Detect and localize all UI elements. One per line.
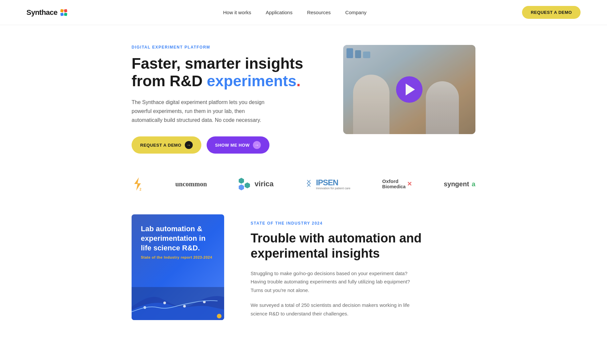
report-cover: Lab automation & experimentation in life… — [132, 214, 224, 320]
syngenta-a-icon: a — [472, 180, 475, 188]
hero-title-line2: from R&D — [132, 72, 207, 90]
bottom-content: STATE OF THE INDUSTRY 2024 Trouble with … — [251, 214, 475, 324]
svg-rect-2 — [60, 13, 63, 16]
svg-point-8 — [163, 302, 166, 304]
uncommon-text: uncommon — [175, 180, 207, 188]
hero-eyebrow: DIGITAL EXPERIMENT PLATFORM — [132, 45, 317, 50]
logo-text: Synthace — [26, 8, 58, 17]
show-me-how-button[interactable]: SHOW ME HOW → — [207, 136, 269, 154]
logo-virica: virica — [239, 178, 274, 190]
demo-arrow-icon: → — [185, 141, 193, 149]
logo-syngenta: syngent a — [444, 180, 475, 188]
hex-br — [245, 182, 250, 188]
hero-title: Faster, smarter insights from R&D experi… — [132, 55, 317, 90]
nav-how-it-works[interactable]: How it works — [223, 10, 251, 15]
industry-desc2: We surveyed a total of 250 scientists an… — [251, 301, 423, 318]
request-demo-label: REQUEST A DEMO — [140, 143, 182, 148]
hero-content: DIGITAL EXPERIMENT PLATFORM Faster, smar… — [132, 45, 317, 154]
nav-links: How it works Applications Resources Comp… — [223, 10, 367, 15]
svg-rect-3 — [64, 13, 67, 16]
svg-point-9 — [183, 305, 186, 308]
oxford-x-icon: ✕ — [407, 180, 412, 188]
hero-section: DIGITAL EXPERIMENT PLATFORM Faster, smar… — [105, 25, 502, 167]
industry-eyebrow: STATE OF THE INDUSTRY 2024 — [251, 221, 475, 226]
logo-ipsen: IPSEN Innovation for patient care — [305, 178, 350, 190]
svg-text:2: 2 — [140, 188, 142, 191]
hero-title-accent: experiments — [207, 72, 296, 90]
hex-top — [239, 178, 244, 184]
nav-company[interactable]: Company — [345, 10, 366, 15]
hex-bl — [239, 184, 244, 190]
report-subtitle: State of the Industry report 2023-2024 — [141, 255, 215, 259]
show-arrow-icon: → — [253, 141, 261, 149]
logo-lightning: 2 — [132, 177, 143, 191]
hero-description: The Synthace digital experiment platform… — [132, 98, 277, 125]
ipsen-dna-icon — [305, 179, 312, 189]
ipsen-tagline: Innovation for patient care — [316, 187, 350, 190]
ipsen-text: IPSEN — [316, 178, 350, 187]
request-demo-button[interactable]: REQUEST A DEMO → — [132, 136, 201, 154]
nav-resources[interactable]: Resources — [307, 10, 331, 15]
logo[interactable]: Synthace — [26, 8, 67, 17]
industry-desc1: Struggling to make go/no-go decisions ba… — [251, 269, 423, 295]
hero-video[interactable] — [343, 45, 475, 134]
nav-applications[interactable]: Applications — [266, 10, 293, 15]
logo-oxford: Oxford Biomedica ✕ — [382, 179, 412, 189]
virica-text: virica — [255, 180, 274, 188]
hero-title-line1: Faster, smarter insights — [132, 55, 303, 72]
oxford-text: Oxford — [382, 179, 406, 184]
svg-rect-0 — [60, 9, 63, 12]
synthace-x-icon — [60, 9, 67, 16]
show-me-label: SHOW ME HOW — [215, 143, 250, 148]
logos-section: 2 uncommon virica IPSEN Innovation for p… — [105, 167, 502, 208]
logo-icon — [60, 9, 67, 16]
logo-uncommon: uncommon — [175, 180, 207, 188]
virica-hexagons — [239, 178, 250, 190]
industry-title: Trouble with automation and experimental… — [251, 231, 475, 261]
video-thumbnail[interactable] — [343, 45, 475, 134]
svg-rect-1 — [64, 9, 67, 12]
video-overlay — [343, 45, 475, 134]
hero-buttons: REQUEST A DEMO → SHOW ME HOW → — [132, 136, 317, 154]
play-button[interactable] — [396, 76, 423, 103]
report-wave-graphic — [132, 280, 224, 320]
lightning-logo-icon: 2 — [132, 177, 143, 191]
navbar: Synthace How it works Applications Resou… — [0, 0, 607, 25]
play-icon — [406, 84, 415, 95]
syngenta-text: syngent — [444, 180, 469, 188]
biomedica-text: Biomedica — [382, 184, 406, 189]
report-title: Lab automation & experimentation in life… — [141, 224, 215, 253]
svg-point-11 — [217, 314, 222, 318]
bottom-section: Lab automation & experimentation in life… — [105, 208, 502, 344]
hero-title-dot: . — [296, 72, 301, 90]
request-demo-nav-button[interactable]: REQUEST A DEMO — [522, 6, 581, 19]
